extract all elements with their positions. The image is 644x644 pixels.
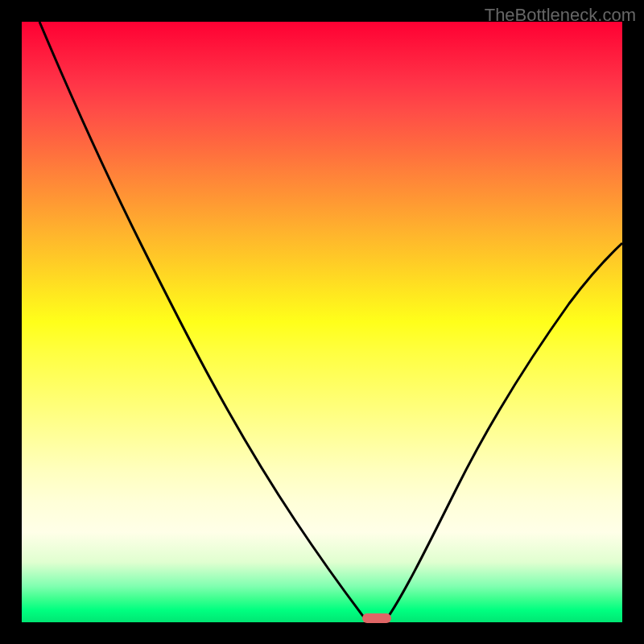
curve-overlay bbox=[22, 22, 622, 622]
right-curve-path bbox=[385, 243, 622, 621]
optimal-marker bbox=[362, 613, 391, 623]
bottleneck-chart bbox=[22, 22, 622, 622]
watermark-text: TheBottleneck.com bbox=[485, 5, 636, 26]
left-curve-path bbox=[39, 22, 367, 621]
gradient-background bbox=[22, 22, 622, 622]
